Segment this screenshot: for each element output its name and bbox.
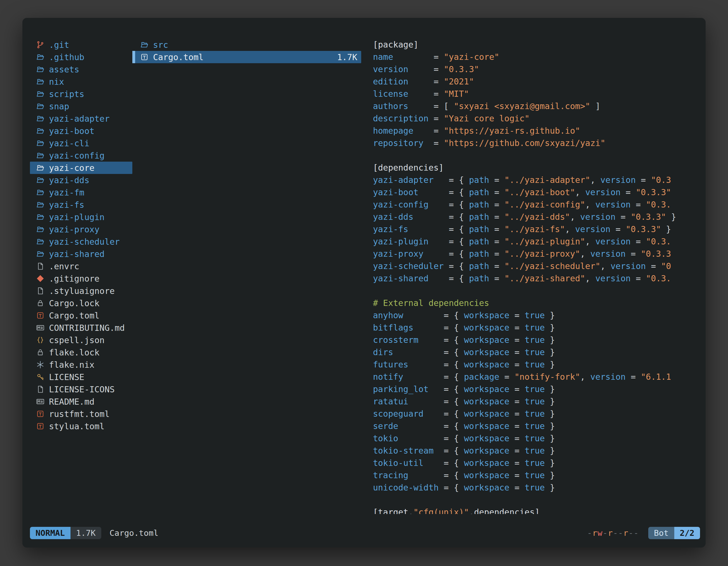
- file-row-flake.nix[interactable]: flake.nix: [30, 358, 132, 371]
- folder-open-icon: [36, 90, 46, 98]
- code-line: unicode-width = { workspace = true }: [373, 481, 706, 494]
- folder-open-icon: [36, 225, 46, 234]
- entry-label: yazi-scheduler: [49, 237, 120, 247]
- entry-label: yazi-adapter: [49, 114, 110, 124]
- folder-open-icon: [36, 78, 46, 86]
- lock-icon: [36, 299, 46, 307]
- snowflake-icon: [36, 360, 46, 369]
- entry-label: .gitignore: [49, 274, 100, 283]
- folder-open-icon: [36, 139, 46, 147]
- folder-open-icon: [36, 188, 46, 197]
- dir-row-.git[interactable]: .git: [30, 39, 132, 51]
- folder-open-icon: [36, 201, 46, 209]
- file-row-README.md[interactable]: README.md: [30, 395, 132, 408]
- status-filename: Cargo.toml: [110, 528, 159, 538]
- toml-icon: [140, 53, 150, 61]
- dir-row-yazi-shared[interactable]: yazi-shared: [30, 248, 132, 260]
- file-row-.gitignore[interactable]: .gitignore: [30, 273, 132, 285]
- folder-open-icon: [140, 41, 150, 49]
- code-line: parking_lot = { workspace = true }: [373, 383, 706, 395]
- code-line: scopeguard = { workspace = true }: [373, 408, 706, 420]
- toml-icon: [36, 410, 46, 418]
- code-line: yazi-fs = { path = "../yazi-fs", version…: [373, 223, 706, 236]
- current-directory-pane: srcCargo.toml1.7K: [132, 39, 361, 63]
- entry-label: yazi-shared: [49, 249, 105, 259]
- code-line: yazi-scheduler = { path = "../yazi-sched…: [373, 260, 706, 273]
- code-line: [373, 494, 706, 506]
- dir-row-src[interactable]: src: [132, 39, 361, 51]
- toml-icon: [36, 311, 46, 319]
- file-row-Cargo.toml[interactable]: Cargo.toml: [30, 309, 132, 321]
- entry-label: yazi-plugin: [49, 212, 105, 222]
- dir-row-yazi-dds[interactable]: yazi-dds: [30, 174, 132, 186]
- file-row-cspell.json[interactable]: cspell.json: [30, 334, 132, 346]
- dir-row-yazi-cli[interactable]: yazi-cli: [30, 137, 132, 149]
- file-row-Cargo.lock[interactable]: Cargo.lock: [30, 297, 132, 309]
- dir-row-nix[interactable]: nix: [30, 76, 132, 88]
- dir-row-yazi-fs[interactable]: yazi-fs: [30, 199, 132, 211]
- file-row-.styluaignore[interactable]: .styluaignore: [30, 285, 132, 297]
- file-row-LICENSE-ICONS[interactable]: LICENSE-ICONS: [30, 383, 132, 395]
- file-row-.envrc[interactable]: .envrc: [30, 260, 132, 273]
- markdown-icon: [36, 397, 46, 406]
- entry-label: scripts: [49, 89, 84, 99]
- file-row-CONTRIBUTING.md[interactable]: CONTRIBUTING.md: [30, 321, 132, 334]
- code-line: [target."cfg(unix)".dependencies]: [373, 506, 706, 514]
- entry-label: yazi-cli: [49, 139, 90, 148]
- file-row-flake.lock[interactable]: flake.lock: [30, 346, 132, 358]
- entry-label: src: [153, 40, 168, 50]
- file-icon: [36, 385, 46, 393]
- entry-label: yazi-config: [49, 151, 105, 161]
- entry-label: .git: [49, 40, 69, 50]
- toml-preview: [package]name = "yazi-core"version = "0.…: [373, 39, 706, 514]
- code-line: yazi-dds = { path = "../yazi-dds", versi…: [373, 211, 706, 223]
- entry-label: CONTRIBUTING.md: [49, 323, 125, 333]
- mode-indicator: NORMAL: [30, 527, 71, 539]
- file-row-Cargo.toml[interactable]: Cargo.toml1.7K: [132, 51, 361, 63]
- entry-label: nix: [49, 77, 64, 87]
- status-bar-left: NORMAL 1.7K Cargo.toml: [30, 527, 158, 539]
- entry-label: cspell.json: [49, 335, 105, 345]
- entry-label: yazi-boot: [49, 126, 95, 136]
- entry-label: stylua.toml: [49, 421, 105, 431]
- dir-row-yazi-fm[interactable]: yazi-fm: [30, 186, 132, 199]
- folder-open-icon: [36, 127, 46, 135]
- entry-label: yazi-core: [49, 163, 95, 173]
- status-bar-right: -rw-r--r-- Bot 2/2: [587, 527, 700, 539]
- file-row-stylua.toml[interactable]: stylua.toml: [30, 420, 132, 432]
- file-row-LICENSE[interactable]: LICENSE: [30, 371, 132, 383]
- entry-label: README.md: [49, 397, 95, 407]
- code-line: yazi-shared = { path = "../yazi-shared",…: [373, 273, 706, 285]
- entry-label: .github: [49, 52, 84, 62]
- code-line: edition = "2021": [373, 76, 706, 88]
- dir-row-yazi-adapter[interactable]: yazi-adapter: [30, 112, 132, 125]
- dir-row-.github[interactable]: .github: [30, 51, 132, 63]
- dir-row-yazi-core[interactable]: yazi-core: [30, 162, 132, 174]
- code-line: dirs = { workspace = true }: [373, 346, 706, 358]
- code-line: anyhow = { workspace = true }: [373, 309, 706, 321]
- entry-label: LICENSE: [49, 372, 84, 382]
- code-line: description = "Yazi core logic": [373, 112, 706, 125]
- dir-row-yazi-boot[interactable]: yazi-boot: [30, 125, 132, 137]
- code-line: authors = [ "sxyazi <sxyazi@gmail.com>" …: [373, 100, 706, 112]
- dir-row-assets[interactable]: assets: [30, 63, 132, 76]
- dir-row-yazi-scheduler[interactable]: yazi-scheduler: [30, 236, 132, 248]
- code-line: bitflags = { workspace = true }: [373, 321, 706, 334]
- entry-label: Cargo.lock: [49, 298, 100, 308]
- dir-row-yazi-plugin[interactable]: yazi-plugin: [30, 211, 132, 223]
- code-line: homepage = "https://yazi-rs.github.io": [373, 125, 706, 137]
- key-icon: [36, 373, 46, 381]
- file-icon: [36, 286, 46, 295]
- entry-label: assets: [49, 65, 79, 74]
- dir-row-yazi-config[interactable]: yazi-config: [30, 149, 132, 162]
- dir-row-yazi-proxy[interactable]: yazi-proxy: [30, 223, 132, 236]
- status-bar: NORMAL 1.7K Cargo.toml -rw-r--r-- Bot 2/…: [30, 526, 700, 540]
- file-row-rustfmt.toml[interactable]: rustfmt.toml: [30, 408, 132, 420]
- toml-icon: [36, 422, 46, 430]
- entry-label: yazi-proxy: [49, 225, 100, 234]
- code-line: [373, 285, 706, 297]
- code-line: yazi-proxy = { path = "../yazi-proxy", v…: [373, 248, 706, 260]
- dir-row-scripts[interactable]: scripts: [30, 88, 132, 100]
- terminal-window: .git.githubassetsnixscriptssnapyazi-adap…: [22, 18, 706, 548]
- dir-row-snap[interactable]: snap: [30, 100, 132, 112]
